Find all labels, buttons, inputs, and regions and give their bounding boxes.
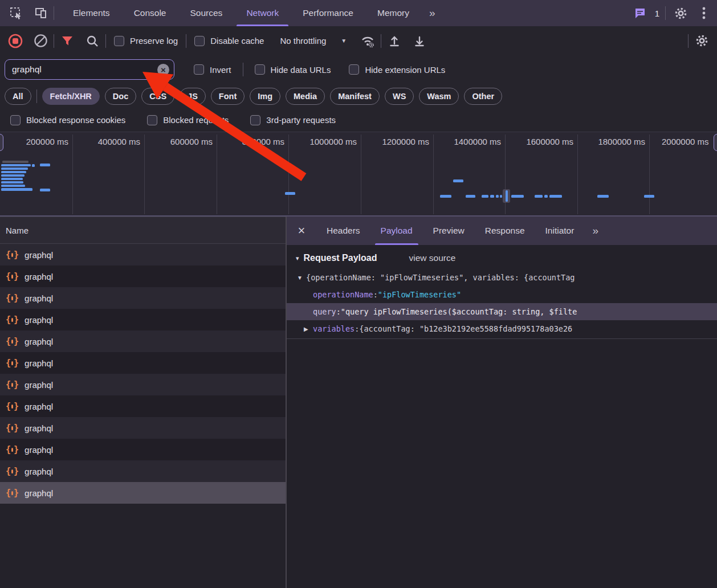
table-row[interactable]: {}graphql [0,330,286,352]
tab-elements[interactable]: Elements [61,0,122,26]
kebab-menu-icon[interactable] [695,7,712,19]
waterfall-bar[interactable] [549,195,562,198]
option-box[interactable] [147,115,157,125]
record-network-log-button[interactable] [3,31,27,51]
waterfall-bar[interactable] [496,195,499,198]
waterfall-bar[interactable] [1,164,31,166]
waterfall-bar[interactable] [1,174,25,177]
details-more-tabs-button[interactable]: » [584,217,605,245]
throttling-dropdown[interactable]: No throttling ▼ [272,36,355,46]
hide-extension-urls-box[interactable] [349,64,359,75]
expander-closed-icon[interactable]: ▶ [304,326,313,332]
waterfall-bar[interactable] [511,195,524,198]
waterfall-bar[interactable] [1,185,25,187]
waterfall-bar[interactable] [440,195,451,198]
option-box[interactable] [250,115,260,125]
waterfall-bar[interactable] [453,179,463,182]
waterfall-bar[interactable] [506,190,508,202]
details-tab-payload[interactable]: Payload [370,217,423,245]
blocked-requests-checkbox[interactable]: Blocked requests [140,115,235,125]
settings-gear-icon[interactable] [668,6,693,21]
waterfall-bar[interactable] [1,171,26,173]
3rd-party-requests-checkbox[interactable]: 3rd-party requests [243,115,343,125]
preserve-log-box[interactable] [114,36,124,46]
tab-console[interactable]: Console [122,0,178,26]
overview-grip-left[interactable] [0,134,3,151]
hide-data-urls-box[interactable] [255,64,265,75]
view-source-link[interactable]: view source [409,253,455,263]
waterfall-bar[interactable] [1,188,32,191]
waterfall-bar[interactable] [285,192,295,195]
type-chip-media[interactable]: Media [286,88,325,105]
table-row[interactable]: {}graphql [0,395,286,417]
waterfall-bar[interactable] [482,195,488,198]
type-chip-manifest[interactable]: Manifest [330,88,380,105]
waterfall-bar[interactable] [466,195,475,198]
hide-data-urls-checkbox[interactable]: Hide data URLs [248,64,338,75]
device-toolbar-button[interactable] [28,0,54,26]
type-chip-wasm[interactable]: Wasm [419,88,459,105]
overview-grip-right[interactable] [714,134,717,151]
payload-line[interactable]: operationName: "ipFlowTimeseries" [287,286,717,303]
waterfall-bar[interactable] [644,195,654,198]
details-tab-initiator[interactable]: Initiator [535,217,585,245]
type-chip-fetch-xhr[interactable]: Fetch/XHR [42,88,100,105]
payload-line[interactable]: query: "query ipFlowTimeseries($accountT… [287,303,717,320]
table-row[interactable]: {}graphql [0,287,286,309]
search-icon[interactable] [80,31,104,51]
disable-cache-checkbox[interactable]: Disable cache [188,36,271,46]
waterfall-bar[interactable] [40,189,50,191]
network-overview-timeline[interactable]: 200000 ms400000 ms600000 ms800000 ms1000… [0,132,717,217]
waterfall-bar[interactable] [2,161,28,163]
waterfall-bar[interactable] [544,195,548,198]
table-row[interactable]: {}graphql [0,439,286,460]
waterfall-bar[interactable] [597,195,609,198]
table-row[interactable]: {}graphql [0,309,286,330]
network-conditions-icon[interactable] [356,31,380,51]
name-column-header[interactable]: Name [0,217,286,244]
details-tab-headers[interactable]: Headers [316,217,370,245]
invert-box[interactable] [194,64,204,75]
table-row[interactable]: {}graphql [0,244,286,266]
table-row[interactable]: {}graphql [0,352,286,374]
details-tab-preview[interactable]: Preview [423,217,475,245]
filter-input[interactable] [12,64,157,75]
type-chip-css[interactable]: CSS [141,88,174,105]
hide-extension-urls-checkbox[interactable]: Hide extension URLs [342,64,452,75]
waterfall-bar[interactable] [1,178,23,180]
clear-network-log-button[interactable] [28,31,52,51]
tab-network[interactable]: Network [234,0,291,26]
payload-line[interactable]: ▶variables: {accountTag: "b12e3b2192ee55… [287,320,717,337]
inspect-element-button[interactable] [3,0,28,26]
option-box[interactable] [10,115,21,125]
table-row[interactable]: {}graphql [0,266,286,287]
type-chip-js[interactable]: JS [180,88,206,105]
disable-cache-box[interactable] [194,36,205,46]
blocked-response-cookies-checkbox[interactable]: Blocked response cookies [3,115,132,125]
waterfall-bar[interactable] [535,195,543,198]
close-details-icon[interactable]: × [287,217,316,245]
waterfall-bar[interactable] [1,181,23,183]
network-settings-gear-icon[interactable] [690,31,714,51]
table-row[interactable]: {}graphql [0,460,286,482]
section-expander-icon[interactable]: ▾ [296,255,299,262]
type-chip-other[interactable]: Other [464,88,502,105]
type-chip-img[interactable]: Img [250,88,280,105]
tab-memory[interactable]: Memory [365,0,421,26]
type-chip-ws[interactable]: WS [385,88,414,105]
type-chip-font[interactable]: Font [211,88,245,105]
tab-performance[interactable]: Performance [291,0,365,26]
import-har-icon[interactable] [382,31,406,51]
waterfall-bar[interactable] [490,195,494,198]
issues-icon[interactable] [628,6,653,20]
waterfall-bar[interactable] [40,164,50,166]
waterfall-bar[interactable] [1,168,28,170]
clear-filter-icon[interactable]: × [157,64,169,76]
issues-count[interactable]: 1 [655,9,659,18]
details-tab-response[interactable]: Response [475,217,535,245]
table-row[interactable]: {}graphql [0,482,286,504]
waterfall-bar[interactable] [32,164,35,167]
table-row[interactable]: {}graphql [0,417,286,439]
table-row[interactable]: {}graphql [0,374,286,395]
type-chip-doc[interactable]: Doc [105,88,136,105]
